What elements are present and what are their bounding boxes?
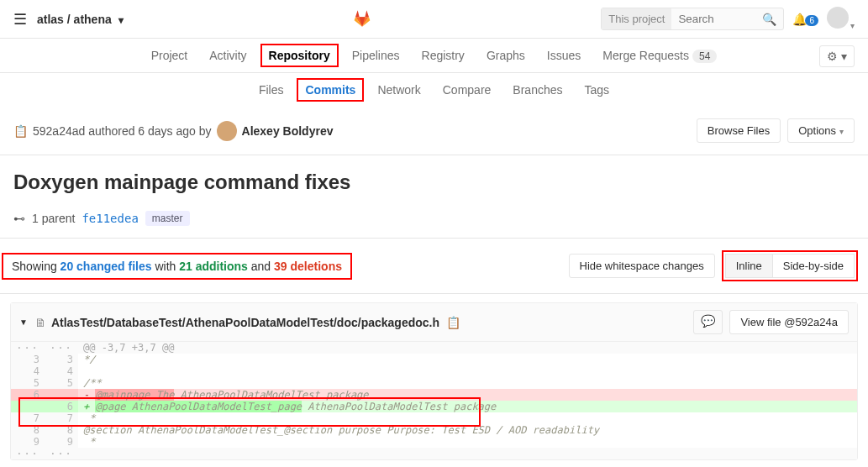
repo-nav: Files Commits Network Compare Branches T… [0, 73, 868, 107]
commit-sha: 592a24ad [33, 124, 85, 138]
side-by-side-button[interactable]: Side-by-side [772, 254, 855, 278]
nav-pipelines[interactable]: Pipelines [352, 49, 400, 62]
breadcrumb[interactable]: atlas / athena ▾ [37, 13, 124, 26]
line-num-old[interactable]: 3 [11, 354, 45, 365]
diff-view-toggle: Inline Side-by-side [722, 250, 858, 281]
chevron-down-icon: ▾ [850, 21, 855, 30]
breadcrumb-project[interactable]: athena [74, 13, 112, 26]
file-icon: 🗎 [34, 316, 46, 329]
search-group: This project 🔍 [601, 8, 784, 30]
breadcrumb-group[interactable]: atlas [37, 13, 64, 26]
gear-icon[interactable]: ⚙ ▾ [819, 45, 855, 67]
subnav-files[interactable]: Files [259, 83, 284, 97]
mr-count-badge: 54 [692, 50, 717, 63]
authored-text: authored 6 days ago by [88, 124, 211, 138]
subnav-compare[interactable]: Compare [443, 83, 492, 97]
line-num-new[interactable]: 3 [45, 354, 78, 365]
nav-issues[interactable]: Issues [547, 49, 581, 62]
copy-icon[interactable]: 📋 [13, 124, 28, 138]
gitlab-logo[interactable] [124, 8, 602, 30]
avatar [827, 7, 849, 29]
parent-sha-link[interactable]: fe11edea [82, 212, 138, 225]
commit-title: Doxygen mainpage command fixes [13, 171, 855, 194]
comment-icon[interactable]: 💬 [693, 310, 723, 334]
subnav-branches[interactable]: Branches [513, 83, 562, 97]
author-avatar[interactable] [217, 121, 237, 141]
nav-repository[interactable]: Repository [269, 49, 330, 62]
diff-summary: Showing 20 changed files with 21 additio… [2, 253, 352, 280]
collapse-icon[interactable]: ▼ [19, 317, 28, 327]
commit-bar: 📋 592a24ad authored 6 days ago by Alexey… [0, 107, 868, 155]
nav-activity[interactable]: Activity [209, 49, 246, 62]
nav-merge-requests[interactable]: Merge Requests54 [602, 49, 717, 62]
additions-count: 21 additions [179, 260, 248, 273]
view-file-button[interactable]: View file @592a24a [729, 310, 849, 334]
changed-files-link[interactable]: 20 changed files [60, 260, 152, 273]
inline-view-button[interactable]: Inline [725, 254, 772, 278]
main-nav: Project Activity Repository Pipelines Re… [0, 39, 868, 73]
nav-registry[interactable]: Registry [422, 49, 465, 62]
options-button[interactable]: Options▾ [787, 118, 855, 143]
browse-files-button[interactable]: Browse Files [697, 118, 781, 143]
search-input[interactable] [671, 8, 755, 29]
subnav-network[interactable]: Network [377, 83, 420, 97]
file-path[interactable]: AtlasTest/DatabaseTest/AthenaPoolDataMod… [51, 316, 439, 329]
copy-path-icon[interactable]: 📋 [446, 316, 460, 329]
search-icon[interactable]: 🔍 [755, 13, 783, 26]
branch-badge[interactable]: master [145, 211, 190, 226]
hunk-header: @@ -3,7 +3,7 @@ [78, 342, 857, 354]
nav-project[interactable]: Project [151, 49, 188, 62]
todos-badge: 6 [805, 15, 818, 26]
author-name[interactable]: Alexey Boldyrev [242, 124, 334, 138]
diff-table: ······@@ -3,7 +3,7 @@ 33*/ 44 55/** 6- @… [11, 342, 857, 459]
todos-icon[interactable]: 🔔6 [792, 13, 818, 26]
user-menu[interactable]: ▾ [827, 7, 855, 31]
diff-file: ▼ 🗎 AtlasTest/DatabaseTest/AthenaPoolDat… [10, 302, 858, 460]
search-scope[interactable]: This project [602, 8, 671, 29]
diff-line-removed[interactable]: 6- @mainpage The AthenaPoolDataModelTest… [11, 389, 857, 401]
subnav-tags[interactable]: Tags [585, 83, 610, 97]
nav-graphs[interactable]: Graphs [487, 49, 525, 62]
hamburger-icon[interactable]: ☰ [13, 10, 27, 29]
parents-label: 1 parent [32, 212, 75, 225]
branch-icon: ⊷ [13, 212, 25, 225]
subnav-commits[interactable]: Commits [305, 83, 355, 97]
diff-line-added[interactable]: 6+ @page AthenaPoolDataModelTest_page At… [11, 401, 857, 412]
hide-whitespace-button[interactable]: Hide whitespace changes [569, 254, 715, 278]
deletions-count: 39 deletions [274, 260, 342, 273]
